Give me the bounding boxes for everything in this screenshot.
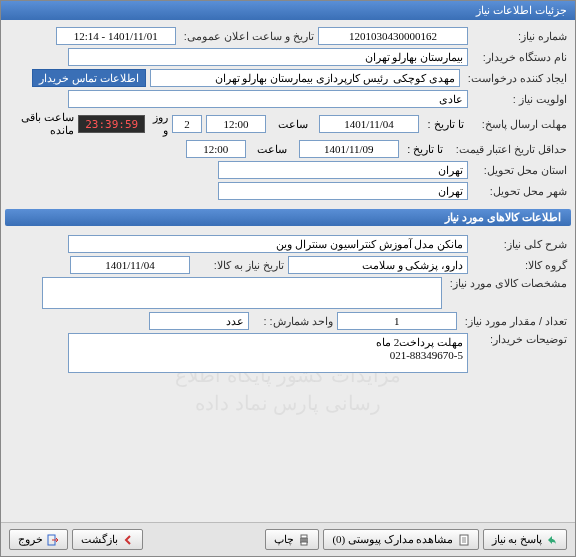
time-label-2: ساعت — [250, 143, 295, 156]
province-field[interactable] — [218, 161, 468, 179]
print-icon — [298, 534, 310, 546]
time-label-1: ساعت — [270, 118, 315, 131]
need-date-label: تاریخ نیاز به کالا: — [194, 259, 284, 272]
window-title-bar: جزئیات اطلاعات نیاز — [1, 1, 575, 20]
pub-date-label: تاریخ و ساعت اعلان عمومی: — [180, 30, 314, 43]
svg-rect-2 — [301, 535, 307, 538]
province-label: استان محل تحویل: — [472, 164, 567, 177]
unit-field[interactable] — [149, 312, 249, 330]
min-valid-date-field[interactable] — [299, 140, 399, 158]
days-field[interactable] — [172, 115, 202, 133]
min-valid-label: حداقل تاریخ اعتبار قیمت: — [452, 143, 567, 155]
need-number-field[interactable] — [318, 27, 468, 45]
until-label-2: تا تاریخ : — [403, 143, 448, 156]
priority-label: اولویت نیاز : — [472, 93, 567, 106]
window-title: جزئیات اطلاعات نیاز — [476, 4, 567, 16]
deadline-time-field[interactable] — [206, 115, 266, 133]
goods-section-header: اطلاعات کالاهای مورد نیاز — [5, 209, 571, 226]
footer-toolbar: پاسخ به نیاز مشاهده مدارک پیوستی (0) چاپ… — [1, 522, 575, 556]
city-label: شهر محل تحویل: — [472, 185, 567, 198]
buyer-label: نام دستگاه خریدار: — [472, 51, 567, 64]
qty-label: تعداد / مقدار مورد نياز: — [461, 315, 567, 328]
svg-rect-3 — [301, 542, 307, 545]
city-field[interactable] — [218, 182, 468, 200]
exit-button[interactable]: خروج — [9, 529, 68, 550]
attachment-icon — [458, 534, 470, 546]
buyer-note-label: توضیحات خریدار: — [472, 333, 567, 346]
days-label: روز و — [149, 111, 168, 137]
countdown-timer: 23:39:59 — [78, 115, 145, 133]
desc-label: شرح کلی نیاز: — [472, 238, 567, 251]
priority-field[interactable] — [68, 90, 468, 108]
exit-icon — [47, 534, 59, 546]
back-button[interactable]: بازگشت — [72, 529, 143, 550]
qty-field[interactable] — [337, 312, 457, 330]
creator-label: ایجاد کننده درخواست: — [464, 72, 567, 85]
deadline-date-field[interactable] — [319, 115, 419, 133]
pub-date-field[interactable] — [56, 27, 176, 45]
group-label: گروه کالا: — [472, 259, 567, 272]
buyer-note-field[interactable] — [68, 333, 468, 373]
until-label-1: تا تاریخ : — [423, 118, 468, 131]
contact-buyer-button[interactable]: اطلاعات تماس خریدار — [32, 69, 146, 87]
creator-field[interactable] — [150, 69, 460, 87]
reply-icon — [546, 534, 558, 546]
desc-field[interactable] — [68, 235, 468, 253]
spec-label: مشخصات كالای مورد نياز: — [446, 277, 567, 290]
attachments-button[interactable]: مشاهده مدارک پیوستی (0) — [323, 529, 478, 550]
reply-button[interactable]: پاسخ به نیاز — [483, 529, 568, 550]
spec-field[interactable] — [42, 277, 442, 309]
deadline-label: مهلت ارسال پاسخ: — [472, 118, 567, 131]
group-field[interactable] — [288, 256, 468, 274]
remain-label: ساعت باقی مانده — [9, 111, 74, 137]
min-valid-time-field[interactable] — [186, 140, 246, 158]
buyer-field[interactable] — [68, 48, 468, 66]
need-date-field[interactable] — [70, 256, 190, 274]
unit-label: واحد شمارش: : — [253, 315, 333, 328]
print-button[interactable]: چاپ — [265, 529, 319, 550]
back-icon — [122, 534, 134, 546]
need-number-label: شماره نیاز: — [472, 30, 567, 43]
